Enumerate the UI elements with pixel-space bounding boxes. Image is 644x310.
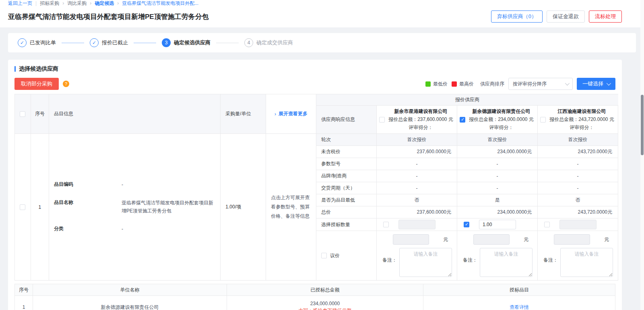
award-qty-cell-2	[457, 218, 538, 231]
awarded-amount-caps: 大写：贰拾叁万肆仟元整	[299, 307, 352, 310]
row-value: 首次报价	[538, 134, 618, 146]
title-actions: 弃标供应商（0） 保证金退款 流标处理	[491, 10, 622, 23]
breadcrumb-item-project[interactable]: 亚临界煤气清洁节能发电项目外配...	[122, 0, 198, 6]
negotiate-checkbox[interactable]	[321, 253, 327, 258]
chevron-right-icon	[62, 0, 64, 6]
back-link[interactable]: 返回上一页	[8, 0, 32, 6]
field-value: -	[122, 181, 220, 189]
legend-highest: 最高价	[452, 81, 474, 87]
sort-select-value: 按评审得分降序	[513, 81, 547, 87]
item-row: 1 品目编码 - 品目名称 亚临界煤气清洁节能发电项目外配套项目新增PE顶管施工…	[15, 133, 618, 280]
remark-label: 备注：	[543, 257, 558, 264]
view-detail-link[interactable]: 查看详情	[510, 304, 529, 310]
breadcrumb-divider: |	[35, 0, 37, 6]
award-qty-input-1[interactable]	[398, 220, 436, 229]
row-value: 是	[457, 194, 538, 206]
item-row-checkbox[interactable]	[20, 204, 25, 210]
row-label: 轮次	[316, 134, 377, 146]
step-connector	[134, 43, 156, 43]
unit-label: 元	[604, 236, 609, 243]
deposit-refund-button[interactable]: 保证金退款	[547, 10, 585, 23]
row-label: 总价	[316, 206, 377, 218]
page-scrollbar[interactable]	[640, 0, 644, 310]
sort-select[interactable]: 按评审得分降序	[508, 78, 573, 90]
section-title: 选择候选供应商	[14, 65, 615, 73]
check-icon	[90, 38, 99, 47]
abandon-supplier-button[interactable]: 弃标供应商（0）	[491, 10, 543, 23]
row-value: -	[377, 170, 457, 182]
legend-lowest: 最低价	[425, 81, 448, 87]
negotiate-price-input-3[interactable]	[554, 234, 590, 245]
quote-comparison-table: 序号 品目信息 采购量/单位 展开查看更多 报价供应商 供应商响应信息 新余市星…	[14, 94, 618, 281]
award-qty-checkbox-2[interactable]	[464, 222, 469, 227]
awarded-suppliers-table: 序号 单位名称 已授标总金额 授标品目 1 新余德源建设有限责任公司 234,0…	[14, 284, 615, 310]
row-value: 首次报价	[457, 134, 538, 146]
row-value: -	[538, 182, 618, 194]
supplier-1-checkbox[interactable]	[379, 117, 385, 123]
help-icon[interactable]: ?	[63, 81, 69, 87]
negotiate-cell-2: 元 备注：	[457, 231, 538, 280]
cancel-partial-purchase-button[interactable]: 取消部分采购	[14, 78, 59, 90]
row-value: 首次报价	[377, 134, 457, 146]
top-bar: 返回上一页 | 招标采购 询比采购 确定候选 亚临界煤气清洁节能发电项目外配..…	[0, 0, 644, 27]
header-index: 序号	[31, 94, 49, 133]
negotiate-cell-3: 元 备注：	[538, 231, 618, 280]
awarded-header-company: 单位名称	[33, 284, 227, 295]
toolbar: 取消部分采购 ? 最低价 最高价 供应商排序 按评审得分降序 一键选择	[14, 78, 615, 90]
item-field-category: 分类 -	[49, 225, 220, 233]
supplier-3-amount: 报价总金额：243,720.0000 元	[549, 116, 614, 123]
highest-price-swatch	[452, 81, 457, 87]
step-quote-closed: 报价已截止	[90, 38, 128, 47]
quote-row-is-lowest: 是否为品目最低 否 是 否	[316, 194, 618, 206]
header-quote-supplier: 报价供应商	[316, 94, 618, 106]
unit-label: 元	[443, 236, 448, 243]
remark-textarea-3[interactable]	[560, 248, 613, 277]
negotiate-price-input-2[interactable]	[473, 234, 510, 245]
quote-row-round: 轮次 首次报价 首次报价 首次报价	[316, 134, 618, 146]
field-label: 品目编码	[49, 181, 122, 189]
supplier-2-name: 新余德源建设有限责任公司	[473, 108, 530, 115]
breadcrumb-item-confirm[interactable]: 确定候选	[95, 0, 114, 6]
header-checkbox-cell	[15, 94, 31, 133]
awarded-header-amount: 已授标总金额	[227, 284, 423, 295]
select-all-checkbox[interactable]	[20, 111, 25, 117]
award-qty-input-2[interactable]	[479, 220, 516, 229]
quote-row-delivery: 交货周期（天） - - -	[316, 182, 618, 194]
supplier-2-checkbox[interactable]	[460, 117, 465, 123]
header-qty-unit: 采购量/单位	[221, 94, 266, 133]
row-value: -	[538, 170, 618, 182]
expand-more-link[interactable]: 展开查看更多	[275, 110, 308, 117]
step-label: 确定候选供应商	[174, 39, 211, 46]
breadcrumb-item-bidding[interactable]: 招标采购	[40, 0, 59, 6]
unit-label: 元	[524, 236, 528, 243]
step-connector	[62, 43, 84, 43]
award-qty-checkbox-3[interactable]	[544, 222, 550, 227]
item-hint: 点击上方可展开查看参数型号、预算价格、备注等信息	[266, 134, 316, 280]
step-connector	[216, 43, 239, 43]
header-expand-cell: 展开查看更多	[266, 94, 316, 133]
remark-textarea-2[interactable]	[480, 248, 533, 277]
item-info-cell: 品目编码 - 品目名称 亚临界煤气清洁节能发电项目外配套项目新增PE顶管施工劳务…	[49, 134, 221, 280]
step-confirm-winner: 4 确定成交供应商	[244, 38, 293, 47]
row-value: -	[538, 158, 618, 170]
supplier-3-checkbox[interactable]	[540, 117, 546, 123]
supplier-3-score: 评审得分：	[570, 124, 594, 131]
award-qty-link[interactable]: 选择授标数量	[316, 218, 377, 231]
scrollbar-thumb[interactable]	[641, 95, 644, 155]
award-qty-input-3[interactable]	[559, 220, 597, 229]
row-value: 234,000.0000元	[457, 206, 538, 218]
one-key-select-button[interactable]: 一键选择	[577, 78, 615, 90]
supplier-1-amount: 报价总金额：237,600.0000 元	[388, 116, 453, 123]
negotiate-cell-1: 元 备注：	[377, 231, 457, 280]
fail-bid-button[interactable]: 流标处理	[589, 10, 622, 23]
remark-textarea-1[interactable]	[399, 248, 452, 277]
row-value: -	[457, 158, 538, 170]
negotiate-price-input-1[interactable]	[393, 234, 429, 245]
breadcrumb-item-inquiry[interactable]: 询比采购	[67, 0, 87, 6]
row-value: 237,600.0000元	[377, 206, 457, 218]
item-index: 1	[31, 134, 49, 280]
field-label: 分类	[49, 225, 122, 233]
step-confirm-candidates: 3 确定候选供应商	[162, 38, 211, 47]
legend-highest-label: 最高价	[459, 81, 474, 87]
award-qty-checkbox-1[interactable]	[383, 222, 389, 227]
